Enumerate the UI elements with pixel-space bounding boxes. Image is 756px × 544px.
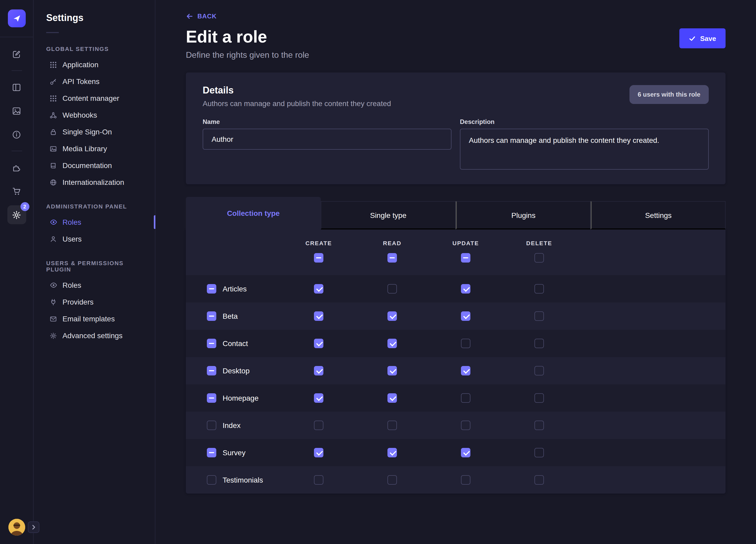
rail-bottom (8, 519, 25, 544)
sidebar-item-webhooks[interactable]: Webhooks (34, 107, 155, 123)
checkbox-read[interactable] (387, 311, 397, 321)
select-all-create-checkbox[interactable] (314, 253, 323, 263)
grid-icon (49, 95, 57, 102)
checkbox-delete[interactable] (534, 366, 544, 375)
row-checkbox[interactable] (207, 311, 216, 321)
sidebar-item-label: API Tokens (62, 77, 99, 86)
checkbox-delete[interactable] (534, 448, 544, 457)
tab-collection-type[interactable]: Collection type (186, 197, 321, 229)
checkbox-read[interactable] (387, 339, 397, 348)
description-textarea[interactable]: Authors can manage and publish the conte… (460, 129, 709, 170)
checkbox-read[interactable] (387, 366, 397, 375)
checkbox-delete[interactable] (534, 421, 544, 430)
row-checkbox[interactable] (207, 339, 216, 348)
sidebar-item-application[interactable]: Application (34, 56, 155, 73)
row-checkbox[interactable] (207, 421, 216, 430)
checkbox-read[interactable] (387, 284, 397, 294)
checkbox-create[interactable] (314, 339, 323, 348)
checkbox-create[interactable] (314, 393, 323, 403)
select-all-update-checkbox[interactable] (461, 253, 470, 263)
edit-icon (12, 50, 21, 59)
section-heading-administration-panel: ADMINISTRATION PANEL (34, 203, 155, 210)
send-icon (12, 14, 21, 23)
back-link[interactable]: BACK (186, 13, 217, 20)
settings-button[interactable]: 2 (7, 205, 26, 224)
content-type-builder-button[interactable] (7, 78, 26, 97)
sidebar-item-roles-plugin[interactable]: Roles (34, 277, 155, 294)
plugins-icon (12, 163, 21, 172)
row-checkbox[interactable] (207, 284, 216, 294)
checkbox-read[interactable] (387, 393, 397, 403)
checkbox-create[interactable] (314, 448, 323, 457)
sidebar-item-internationalization[interactable]: Internationalization (34, 174, 155, 191)
row-checkbox[interactable] (207, 393, 216, 403)
checkbox-update[interactable] (461, 339, 470, 348)
checkbox-create[interactable] (314, 421, 323, 430)
checkbox-read[interactable] (387, 475, 397, 485)
notification-badge: 2 (20, 202, 29, 211)
permission-row-testimonials: Testimonials (186, 466, 726, 494)
sidebar-item-roles-admin[interactable]: Roles (34, 214, 155, 231)
checkbox-read[interactable] (387, 448, 397, 457)
image-icon (49, 145, 57, 152)
checkbox-create[interactable] (314, 475, 323, 485)
sidebar-item-users[interactable]: Users (34, 231, 155, 247)
checkbox-update[interactable] (461, 448, 470, 457)
checkbox-update[interactable] (461, 284, 470, 294)
sidebar-item-advanced-settings[interactable]: Advanced settings (34, 327, 155, 344)
checkbox-delete[interactable] (534, 284, 544, 294)
checkbox-update[interactable] (461, 311, 470, 321)
user-avatar[interactable] (8, 519, 25, 536)
media-library-button[interactable] (7, 101, 26, 120)
marketplace-button[interactable] (7, 182, 26, 201)
sidebar-item-providers[interactable]: Providers (34, 294, 155, 310)
sidebar-item-label: Users (62, 235, 82, 243)
permissions-table-header: CREATE READ UPDATE DELETE (186, 229, 726, 275)
checkbox-read[interactable] (387, 421, 397, 430)
row-checkbox[interactable] (207, 475, 216, 485)
rail-divider (11, 151, 22, 151)
sidebar-item-single-sign-on[interactable]: Single Sign-On (34, 123, 155, 140)
expand-nav-button[interactable] (28, 521, 39, 533)
name-label: Name (203, 118, 451, 125)
checkbox-update[interactable] (461, 366, 470, 375)
name-input[interactable] (203, 129, 451, 150)
checkbox-create[interactable] (314, 311, 323, 321)
checkbox-update[interactable] (461, 393, 470, 403)
plugins-button[interactable] (7, 158, 26, 177)
select-all-read-checkbox[interactable] (387, 253, 397, 263)
row-checkbox[interactable] (207, 366, 216, 375)
tab-settings[interactable]: Settings (591, 201, 726, 229)
key-icon (49, 78, 57, 85)
checkbox-delete[interactable] (534, 393, 544, 403)
avatar-photo (8, 519, 25, 536)
gear-icon (49, 332, 57, 339)
sidebar-item-documentation[interactable]: Documentation (34, 157, 155, 174)
sidebar-item-media-library[interactable]: Media Library (34, 140, 155, 157)
sidebar-item-email-templates[interactable]: Email templates (34, 310, 155, 327)
checkbox-create[interactable] (314, 366, 323, 375)
permission-row-beta: Beta (186, 302, 726, 330)
permission-row-desktop: Desktop (186, 357, 726, 384)
permissions-section: Collection type Single type Plugins Sett… (186, 197, 726, 494)
sidebar-item-label: Providers (62, 298, 93, 306)
save-button[interactable]: Save (679, 28, 726, 48)
sidebar-item-content-manager[interactable]: Content manager (34, 90, 155, 107)
tab-single-type[interactable]: Single type (321, 201, 456, 229)
checkbox-delete[interactable] (534, 475, 544, 485)
checkbox-update[interactable] (461, 421, 470, 430)
users-with-role-badge[interactable]: 6 users with this role (629, 85, 709, 104)
checkbox-delete[interactable] (534, 311, 544, 321)
tab-plugins[interactable]: Plugins (456, 201, 591, 229)
sidebar-item-api-tokens[interactable]: API Tokens (34, 73, 155, 90)
select-all-delete-checkbox[interactable] (534, 253, 544, 263)
content-edit-button[interactable] (7, 45, 26, 64)
webhook-icon (49, 112, 57, 118)
checkbox-create[interactable] (314, 284, 323, 294)
column-header-read: READ (383, 240, 401, 246)
checkbox-update[interactable] (461, 475, 470, 485)
checkbox-delete[interactable] (534, 339, 544, 348)
mail-icon (49, 315, 57, 322)
row-checkbox[interactable] (207, 448, 216, 457)
info-button[interactable] (7, 125, 26, 144)
